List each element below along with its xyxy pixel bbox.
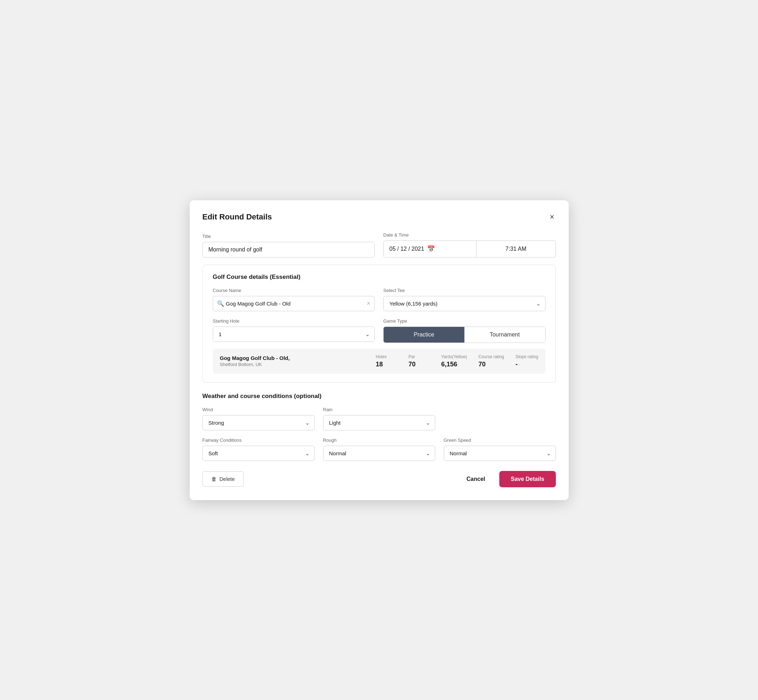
fairway-rough-green-row: Fairway Conditions SoftNormalHard ⌄ Roug… <box>202 438 556 461</box>
yards-label: Yards(Yellow) <box>441 354 467 359</box>
game-type-label: Game Type <box>383 318 545 324</box>
select-tee-label: Select Tee <box>383 288 545 293</box>
save-button[interactable]: Save Details <box>499 471 556 487</box>
hole-gametype-row: Starting Hole 1234 5678 910 ⌄ Game Type … <box>213 318 545 343</box>
select-tee-group: Select Tee Yellow (6,156 yards) White Re… <box>383 288 545 311</box>
course-rating-stat: Course rating 70 <box>478 354 504 368</box>
wind-wrapper: NoneLightModerateStrongVery Strong ⌄ <box>202 415 315 430</box>
time-value: 7:31 AM <box>505 246 526 252</box>
course-tee-row: Course Name 🔍 × Select Tee Yellow (6,156… <box>213 288 545 311</box>
datetime-label: Date & Time <box>383 232 556 238</box>
course-rating-label: Course rating <box>478 354 504 359</box>
wind-label: Wind <box>202 407 315 412</box>
datetime-group: Date & Time 05 / 12 / 2021 📅 7:31 AM <box>383 232 556 258</box>
rough-group: Rough SoftNormalHard ⌄ <box>323 438 435 461</box>
clear-icon[interactable]: × <box>366 300 370 307</box>
green-speed-group: Green Speed SlowNormalFastVery Fast ⌄ <box>444 438 556 461</box>
golf-course-section: Golf Course details (Essential) Course N… <box>202 265 556 383</box>
rain-label: Rain <box>323 407 435 412</box>
delete-label: Delete <box>219 476 235 482</box>
fairway-dropdown[interactable]: SoftNormalHard <box>202 446 315 461</box>
select-tee-dropdown[interactable]: Yellow (6,156 yards) White Red Blue <box>383 296 545 311</box>
fairway-label: Fairway Conditions <box>202 438 315 443</box>
practice-toggle-btn[interactable]: Practice <box>384 327 464 342</box>
green-speed-dropdown[interactable]: SlowNormalFastVery Fast <box>444 446 556 461</box>
cancel-button[interactable]: Cancel <box>461 472 491 487</box>
wind-group: Wind NoneLightModerateStrongVery Strong … <box>202 407 315 430</box>
game-type-toggle: Practice Tournament <box>383 327 545 343</box>
starting-hole-label: Starting Hole <box>213 318 375 324</box>
rain-wrapper: NoneLightModerateHeavy ⌄ <box>323 415 435 430</box>
course-info-location: Shelford Bottom, UK <box>220 362 365 367</box>
rough-wrapper: SoftNormalHard ⌄ <box>323 446 435 461</box>
datetime-row: 05 / 12 / 2021 📅 7:31 AM <box>383 241 556 258</box>
course-info-name-location: Gog Magog Golf Club - Old, Shelford Bott… <box>220 355 365 367</box>
title-group: Title <box>202 234 375 258</box>
game-type-group: Game Type Practice Tournament <box>383 318 545 343</box>
yards-value: 6,156 <box>441 361 457 368</box>
search-icon: 🔍 <box>217 300 224 307</box>
rain-dropdown[interactable]: NoneLightModerateHeavy <box>323 415 435 430</box>
rain-group: Rain NoneLightModerateHeavy ⌄ <box>323 407 435 430</box>
par-value: 70 <box>409 361 416 368</box>
par-label: Par <box>409 354 415 359</box>
title-input[interactable] <box>202 242 375 258</box>
par-stat: Par 70 <box>409 354 430 368</box>
edit-round-modal: Edit Round Details × Title Date & Time 0… <box>190 200 568 500</box>
green-speed-label: Green Speed <box>444 438 556 443</box>
wind-rain-row: Wind NoneLightModerateStrongVery Strong … <box>202 407 556 430</box>
trash-icon: 🗑 <box>211 476 217 482</box>
title-label: Title <box>202 234 375 239</box>
holes-stat: Holes 18 <box>376 354 397 368</box>
date-value: 05 / 12 / 2021 <box>389 246 424 252</box>
calendar-icon: 📅 <box>427 245 435 253</box>
course-name-group: Course Name 🔍 × <box>213 288 375 311</box>
course-name-input[interactable] <box>213 296 375 311</box>
starting-hole-dropdown[interactable]: 1234 5678 910 <box>213 327 375 342</box>
rough-label: Rough <box>323 438 435 443</box>
weather-section-title: Weather and course conditions (optional) <box>202 393 556 400</box>
wind-dropdown[interactable]: NoneLightModerateStrongVery Strong <box>202 415 315 430</box>
slope-rating-value: - <box>515 361 517 368</box>
course-info-box: Gog Magog Golf Club - Old, Shelford Bott… <box>213 348 545 374</box>
holes-value: 18 <box>376 361 383 368</box>
date-input[interactable]: 05 / 12 / 2021 📅 <box>383 241 476 258</box>
time-input[interactable]: 7:31 AM <box>476 241 556 258</box>
green-speed-wrapper: SlowNormalFastVery Fast ⌄ <box>444 446 556 461</box>
yards-stat: Yards(Yellow) 6,156 <box>441 354 467 368</box>
fairway-wrapper: SoftNormalHard ⌄ <box>202 446 315 461</box>
golf-course-section-title: Golf Course details (Essential) <box>213 273 545 281</box>
course-name-search-wrapper: 🔍 × <box>213 296 375 311</box>
rough-dropdown[interactable]: SoftNormalHard <box>323 446 435 461</box>
close-button[interactable]: × <box>548 212 556 222</box>
title-datetime-row: Title Date & Time 05 / 12 / 2021 📅 7:31 … <box>202 232 556 258</box>
starting-hole-group: Starting Hole 1234 5678 910 ⌄ <box>213 318 375 343</box>
delete-button[interactable]: 🗑 Delete <box>202 471 244 487</box>
weather-section: Weather and course conditions (optional)… <box>202 393 556 461</box>
modal-title: Edit Round Details <box>202 212 272 222</box>
course-name-label: Course Name <box>213 288 375 293</box>
slope-rating-stat: Slope rating - <box>515 354 538 368</box>
course-rating-value: 70 <box>478 361 485 368</box>
tournament-toggle-btn[interactable]: Tournament <box>464 327 545 342</box>
starting-hole-wrapper: 1234 5678 910 ⌄ <box>213 327 375 342</box>
modal-footer: 🗑 Delete Cancel Save Details <box>202 471 556 487</box>
footer-right: Cancel Save Details <box>461 471 556 487</box>
select-tee-wrapper: Yellow (6,156 yards) White Red Blue ⌄ <box>383 296 545 311</box>
slope-rating-label: Slope rating <box>515 354 538 359</box>
holes-label: Holes <box>376 354 387 359</box>
course-info-name: Gog Magog Golf Club - Old, <box>220 355 365 361</box>
fairway-group: Fairway Conditions SoftNormalHard ⌄ <box>202 438 315 461</box>
modal-header: Edit Round Details × <box>202 212 556 222</box>
